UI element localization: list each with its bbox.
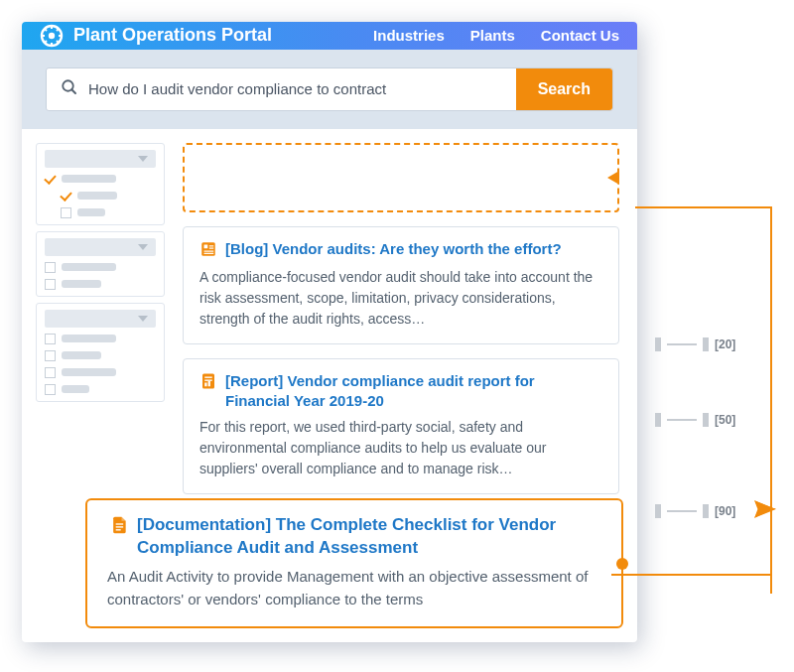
gear-logo-icon <box>40 24 64 48</box>
tick-handle-icon <box>655 504 661 518</box>
search-input[interactable] <box>88 68 506 110</box>
documentation-icon <box>109 515 129 540</box>
filter-row[interactable] <box>45 174 156 185</box>
blog-icon <box>199 240 217 261</box>
result-title: [Report] Vendor compliance audit report … <box>199 371 602 412</box>
placeholder-text <box>62 263 116 271</box>
tick-handle-icon <box>655 413 661 427</box>
search-icon <box>61 78 78 100</box>
nav-contact[interactable]: Contact Us <box>541 27 619 44</box>
result-snippet: A compliance-focused vendor audit should… <box>199 267 602 330</box>
search-button[interactable]: Search <box>516 68 612 110</box>
checkbox-checked-icon <box>45 174 56 185</box>
top-nav: Industries Plants Contact Us <box>373 27 619 44</box>
checkbox-icon <box>45 279 56 290</box>
placeholder-text <box>62 351 101 359</box>
svg-rect-16 <box>116 526 124 527</box>
result-snippet: For this report, we used third-party soc… <box>199 417 602 479</box>
tick-handle-icon <box>655 337 661 351</box>
result-title: [Blog] Vendor audits: Are they worth the… <box>199 239 602 261</box>
filter-accordion[interactable] <box>45 310 156 328</box>
svg-rect-5 <box>209 245 214 246</box>
svg-rect-10 <box>204 376 212 377</box>
checkbox-checked-icon <box>61 191 71 202</box>
placeholder-text <box>77 192 117 200</box>
placeholder-text <box>77 208 105 216</box>
scale-tick: [90] <box>655 504 735 518</box>
filter-row[interactable] <box>45 334 156 344</box>
svg-rect-8 <box>204 252 214 253</box>
nav-plants[interactable]: Plants <box>470 27 515 44</box>
results-column: [Blog] Vendor audits: Are they worth the… <box>183 143 623 495</box>
svg-rect-6 <box>209 247 214 248</box>
placeholder-text <box>62 385 89 393</box>
result-title: [Documentation] The Complete Checklist f… <box>107 514 601 560</box>
placeholder-text <box>62 368 116 376</box>
placeholder-text <box>62 280 101 288</box>
filter-group-3 <box>36 303 165 402</box>
result-card[interactable]: [Report] Vendor compliance audit report … <box>183 358 619 495</box>
content-body: [Blog] Vendor audits: Are they worth the… <box>22 129 637 495</box>
filter-row[interactable] <box>45 367 156 378</box>
filter-row[interactable] <box>45 384 156 395</box>
checkbox-icon <box>45 350 56 361</box>
checkbox-icon <box>45 262 56 273</box>
result-snippet: An Audit Activity to provide Management … <box>107 566 601 610</box>
filter-row[interactable] <box>45 207 156 218</box>
svg-rect-4 <box>204 244 208 248</box>
svg-rect-7 <box>204 250 214 251</box>
connector-line <box>655 206 772 594</box>
filter-row[interactable] <box>45 262 156 273</box>
report-icon <box>199 372 217 393</box>
checkbox-icon <box>45 367 56 378</box>
app-window: Plant Operations Portal Industries Plant… <box>22 22 637 642</box>
filter-group-1 <box>36 143 165 225</box>
nav-industries[interactable]: Industries <box>373 27 445 44</box>
airplane-icon <box>752 496 778 526</box>
recommended-drop-slot[interactable] <box>183 143 619 212</box>
scale-tick: [50] <box>655 413 735 427</box>
filter-accordion[interactable] <box>45 150 156 168</box>
result-card[interactable]: [Blog] Vendor audits: Are they worth the… <box>183 226 619 344</box>
checkbox-icon <box>61 207 71 218</box>
featured-result-card[interactable]: [Documentation] The Complete Checklist f… <box>85 498 623 628</box>
searchbar-container: Search <box>22 50 637 129</box>
arrow-left-icon <box>607 171 619 185</box>
svg-rect-12 <box>204 382 206 386</box>
svg-rect-17 <box>116 529 121 530</box>
checkbox-icon <box>45 384 56 395</box>
connector-dot-icon <box>616 558 628 570</box>
filter-row[interactable] <box>45 279 156 290</box>
checkbox-icon <box>45 334 56 344</box>
filter-group-2 <box>36 231 165 297</box>
searchbar: Search <box>46 67 613 111</box>
filter-row[interactable] <box>45 191 156 202</box>
filter-sidebar <box>36 143 165 495</box>
filter-row[interactable] <box>45 350 156 361</box>
svg-rect-13 <box>208 381 210 386</box>
placeholder-text <box>62 335 116 342</box>
svg-rect-11 <box>204 379 212 380</box>
scale-tick: [20] <box>655 337 735 351</box>
tick-handle-icon <box>703 337 709 351</box>
svg-point-1 <box>49 33 55 39</box>
tick-handle-icon <box>703 504 709 518</box>
brand-title: Plant Operations Portal <box>73 25 272 46</box>
svg-rect-15 <box>116 523 124 524</box>
app-header: Plant Operations Portal Industries Plant… <box>22 22 637 50</box>
tick-handle-icon <box>703 413 709 427</box>
placeholder-text <box>62 175 116 183</box>
filter-accordion[interactable] <box>45 238 156 256</box>
